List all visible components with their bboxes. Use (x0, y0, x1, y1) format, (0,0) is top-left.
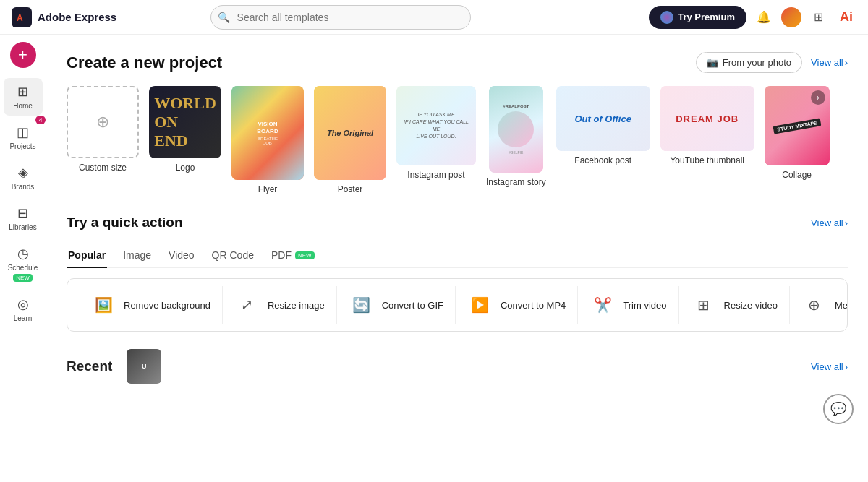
template-custom-size[interactable]: ⊕ Custom size (67, 86, 139, 194)
create-view-all[interactable]: View all › (811, 57, 848, 68)
sidebar-item-libraries[interactable]: ⊟ Libraries (4, 199, 43, 237)
search-bar: 🔍 (210, 5, 471, 30)
search-icon: 🔍 (218, 12, 230, 23)
sidebar-item-home[interactable]: ⊞ Home (4, 78, 43, 116)
premium-icon (660, 11, 673, 24)
header-actions: 📷 From your photo View all › (696, 52, 848, 73)
main-area: + ⊞ Home ◫ Projects 4 ◈ Brands ⊟ Librari… (0, 35, 868, 482)
template-instagram-story[interactable]: #REALPOST #SELFIE Instagram story (486, 86, 546, 194)
sidebar-item-schedule[interactable]: ◷ Schedule NEW (4, 240, 43, 288)
sidebar: + ⊞ Home ◫ Projects 4 ◈ Brands ⊟ Librari… (0, 35, 46, 482)
schedule-new-badge: NEW (13, 274, 33, 282)
projects-badge: 4 (35, 116, 45, 124)
logo-thumb[interactable]: WORLDONEND (149, 86, 221, 158)
app-logo: A (12, 7, 32, 27)
topbar-right: Try Premium 🔔 ⊞ Ai (649, 6, 856, 29)
quick-actions-row: 🖼️ Remove background ⤢ Resize image 🔄 Co… (67, 278, 848, 332)
search-input[interactable] (210, 5, 471, 30)
custom-plus-icon: ⊕ (96, 113, 109, 132)
chevron-right-icon: › (845, 57, 848, 68)
learn-icon: ◎ (17, 296, 29, 312)
remove-bg-icon: 🖼️ (90, 292, 116, 318)
merge-videos-icon: ⊕ (801, 292, 827, 318)
tab-pdf[interactable]: PDF NEW (270, 244, 316, 268)
poster-thumb[interactable]: The Original (314, 86, 386, 180)
action-convert-mp4[interactable]: ▶️ Convert to MP4 (456, 286, 578, 324)
template-flyer[interactable]: VISIONBOARD BREATHEJOB Flyer (231, 86, 304, 194)
collage-arrow: › (811, 90, 825, 105)
create-section-header: Create a new project 📷 From your photo V… (67, 52, 848, 73)
recent-view-all[interactable]: View all › (811, 361, 848, 372)
resize-image-icon: ⤢ (234, 292, 260, 318)
template-youtube-thumb[interactable]: DREAM JOB YouTube thumbnail (660, 86, 754, 194)
sidebar-item-projects[interactable]: ◫ Projects 4 (4, 119, 43, 156)
quick-actions-view-all[interactable]: View all › (811, 218, 848, 228)
main-content: Create a new project 📷 From your photo V… (46, 35, 868, 482)
action-resize-video[interactable]: ⊞ Resize video (679, 286, 790, 324)
instagram-story-thumb[interactable]: #REALPOST #SELFIE (489, 86, 543, 173)
sidebar-item-learn[interactable]: ◎ Learn (4, 291, 43, 328)
logo-area: A Adobe Express (12, 7, 116, 27)
quick-actions-header: Try a quick action View all › (67, 215, 848, 231)
action-convert-gif[interactable]: 🔄 Convert to GIF (337, 286, 456, 324)
recent-title: Recent (67, 358, 112, 374)
logo-text-preview: WORLDONEND (154, 94, 216, 150)
template-facebook-post[interactable]: Out of Office Facebook post (556, 86, 650, 194)
template-instagram-post[interactable]: IF YOU ASK MEIF I CARE WHAT YOU CALL MEL… (396, 86, 476, 194)
instagram-post-thumb[interactable]: IF YOU ASK MEIF I CARE WHAT YOU CALL MEL… (396, 86, 476, 165)
template-collage[interactable]: STUDY MIXTAPE › Collage (765, 86, 830, 194)
chat-bubble-button[interactable]: 💬 (823, 394, 854, 424)
action-merge-videos[interactable]: ⊕ Merge videos (790, 286, 848, 324)
flyer-thumb[interactable]: VISIONBOARD BREATHEJOB (231, 86, 304, 180)
convert-gif-icon: 🔄 (349, 292, 375, 318)
user-avatar[interactable] (781, 7, 801, 27)
resize-video-icon: ⊞ (691, 292, 717, 318)
tab-popular[interactable]: Popular (67, 244, 107, 268)
convert-mp4-icon: ▶️ (467, 292, 493, 318)
libraries-icon: ⊟ (17, 205, 28, 221)
collage-thumb[interactable]: STUDY MIXTAPE › (765, 86, 830, 165)
youtube-thumbnail-thumb[interactable]: DREAM JOB (660, 86, 754, 151)
projects-icon: ◫ (17, 124, 29, 140)
template-grid: ⊕ Custom size WORLDONEND Logo (67, 86, 848, 194)
quick-actions-section: Try a quick action View all › Popular Im… (67, 215, 848, 332)
adobe-icon[interactable]: Ai (836, 7, 856, 27)
custom-size-thumb[interactable]: ⊕ (67, 86, 139, 158)
home-icon: ⊞ (17, 84, 28, 100)
try-premium-button[interactable]: Try Premium (649, 6, 746, 29)
chevron-right-icon-3: › (845, 361, 848, 372)
tab-image[interactable]: Image (122, 244, 153, 268)
trim-video-icon: ✂️ (590, 292, 616, 318)
brands-icon: ◈ (18, 165, 28, 181)
quick-actions-tabs: Popular Image Video QR Code PDF NEW (67, 244, 848, 268)
recent-thumbnail[interactable]: U (127, 349, 161, 384)
app-name: Adobe Express (38, 11, 116, 23)
action-resize-image[interactable]: ⤢ Resize image (223, 286, 337, 324)
pdf-new-badge: NEW (295, 251, 315, 259)
top-bar: A Adobe Express 🔍 Try Premium 🔔 ⊞ Ai (0, 0, 868, 35)
add-button[interactable]: + (10, 42, 36, 68)
from-photo-button[interactable]: 📷 From your photo (696, 52, 802, 73)
quick-actions-title: Try a quick action (67, 215, 183, 231)
apps-icon[interactable]: ⊞ (809, 7, 829, 27)
template-logo[interactable]: WORLDONEND Logo (149, 86, 221, 194)
tab-qr-code[interactable]: QR Code (210, 244, 255, 268)
action-trim-video[interactable]: ✂️ Trim video (578, 286, 678, 324)
page-title: Create a new project (67, 53, 222, 72)
svg-text:A: A (17, 13, 23, 23)
notifications-icon[interactable]: 🔔 (754, 7, 774, 27)
recent-section: Recent U View all › (67, 349, 848, 384)
sidebar-item-brands[interactable]: ◈ Brands (4, 159, 43, 197)
photo-icon: 📷 (707, 57, 718, 68)
schedule-icon: ◷ (17, 246, 29, 262)
action-remove-background[interactable]: 🖼️ Remove background (79, 286, 223, 324)
tab-video[interactable]: Video (167, 244, 196, 268)
template-poster[interactable]: The Original Poster (314, 86, 386, 194)
facebook-post-thumb[interactable]: Out of Office (556, 86, 650, 151)
chevron-right-icon-2: › (845, 218, 848, 228)
